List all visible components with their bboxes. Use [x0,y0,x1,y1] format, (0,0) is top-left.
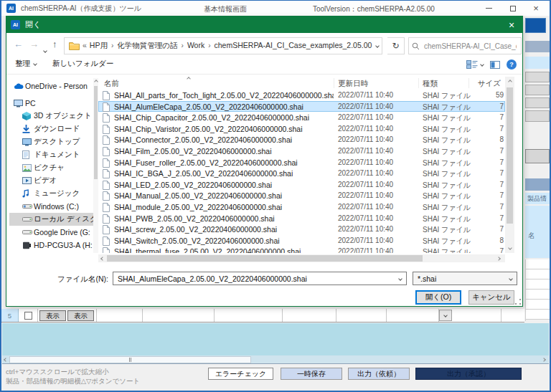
file-row[interactable]: SHAI_screw_2.05.00_V2_20220406000000.sha… [98,224,505,235]
view-button[interactable]: 表示 [39,310,66,321]
file-type: SHAI ファイル [423,169,471,179]
refresh-button[interactable]: ↻ [387,37,405,54]
filename-combobox[interactable] [113,272,407,285]
column-divider[interactable] [418,78,419,88]
file-row[interactable]: SHAI_Connector_2.05.00_V2_20220406000000… [98,134,505,145]
file-row[interactable]: SHAI_Switch_2.05.00_V2_20220406000000.sh… [98,235,505,247]
sidebar-item-label: ダウンロード [34,124,80,134]
sidebar-item[interactable]: 3D オブジェクト [9,110,93,123]
sidebar-scrollbar[interactable] [93,78,98,253]
scrollbar-thumb[interactable] [507,87,513,224]
file-list-horizontal-scrollbar[interactable] [98,254,505,262]
chevron-down-icon [33,62,37,66]
dialog-close-button[interactable]: × [501,16,522,33]
file-row[interactable]: SHAI_AlumEleCapa_2.05.00_V2_202204060000… [98,101,505,113]
sidebar-item[interactable]: OneDrive - Person [9,80,93,92]
file-type: SHAI ファイル [423,135,471,145]
footer-button[interactable]: 一時保存 [281,368,342,380]
forward-button[interactable]: → [29,39,39,49]
sidebar-item[interactable]: Windows (C:) [9,200,93,213]
sidebar-item[interactable]: ローカル ディスク (D [9,213,93,226]
back-button[interactable]: ← [14,39,23,49]
cancel-button[interactable]: キャンセル [468,290,514,305]
file-row[interactable]: SHAI_IC_BGA_J_2.05.00_V2_20220406000000.… [98,168,505,179]
sidebar-item[interactable]: ドキュメント [9,148,93,161]
file-row[interactable]: SHAI_Chip_Varistor_2.05.00_V2_2022040600… [98,123,505,135]
sidebar-item[interactable]: ミュージック [9,187,93,200]
content-panel [2,323,549,355]
sidebar-item[interactable]: デスクトップ [9,135,93,148]
file-list-vertical-scrollbar[interactable] [505,77,514,253]
file-row[interactable]: SHAI_Fuser_roller_2.05.00_V2_20220406000… [98,157,505,168]
breadcrumb-segment[interactable]: 化学物質管理の話 [116,41,179,49]
sidebar-item[interactable]: ダウンロード [9,123,93,135]
filetype-combobox[interactable]: *.shai [413,272,517,285]
sidebar-item[interactable]: PC [9,97,93,110]
sidebar-item-label: 3D オブジェクト [34,111,92,121]
app-fragment [525,149,550,163]
view-button[interactable]: 表示 [67,310,94,321]
organize-button[interactable]: 整理 [15,59,37,69]
filename-input[interactable] [116,274,399,284]
sidebar-item[interactable]: ビデオ [9,174,93,187]
maximize-button[interactable] [504,1,522,16]
column-header-name[interactable]: 名前 [104,79,119,89]
chevron-down-icon [480,62,484,67]
footer-button[interactable]: 出力（依頼） [348,368,410,380]
preview-pane-button[interactable] [490,61,500,69]
app-fragment [525,57,550,69]
file-row[interactable]: SHAI_All_parts_for_Toch_light_2.05.00_V2… [98,90,505,101]
app-horizontal-scrollbar[interactable] [2,355,549,364]
recent-locations-chevron[interactable] [44,44,47,54]
file-row[interactable]: SHAI_PWB_2.05.00_V2_20220406000000.shai2… [98,213,505,224]
file-size: 7 [499,225,504,233]
search-input[interactable] [423,42,518,51]
screen-title: 基本情報画面 [204,4,247,14]
file-modified: 2022/07/11 10:40 [338,102,393,110]
address-dropdown-chevron[interactable] [375,44,380,48]
column-header-modified[interactable]: 更新日時 [338,79,368,89]
file-modified: 2022/07/11 10:40 [338,135,393,143]
new-folder-button[interactable]: 新しいフォルダー [52,59,113,69]
footer-button[interactable]: 出力（承認） [415,368,522,380]
scroll-up-icon [94,80,98,84]
file-row[interactable]: SHAI_Film_2.05.00_V2_20220406000000.shai… [98,145,505,157]
search-box[interactable] [408,37,522,54]
file-row[interactable]: SHAI_LED_2.05.00_V2_20220406000000.shai2… [98,179,505,191]
sidebar-item[interactable]: ピクチャ [9,161,93,174]
sidebar-item[interactable]: Google Drive (G: [9,226,93,239]
minimize-button[interactable] [480,1,497,16]
file-row[interactable]: SHAI_thermal_fuse_2.05.00_V2_20220406000… [98,246,505,253]
breadcrumb-segment[interactable]: HP用 [88,41,109,49]
scroll-left-icon[interactable] [2,358,9,361]
scrollbar-thumb[interactable] [107,255,423,262]
breadcrumb-segment[interactable]: chemSHERPA-AI_CI_Case_examples_2.05.00 [213,41,374,49]
footer-button[interactable]: エラーチェック [208,368,273,380]
up-button[interactable]: ↑ [52,39,57,49]
column-header-size[interactable]: サイズ [478,79,501,89]
column-divider[interactable] [334,78,334,88]
address-bar[interactable]: «HP用›化学物質管理の話›Work›chemSHERPA-AI_CI_Case… [64,37,382,54]
file-row[interactable]: SHAI_module_2.05.00_V2_20220406000000.sh… [98,201,505,213]
scroll-right-icon [494,257,503,260]
help-button[interactable]: ? [507,59,517,70]
row-checkbox[interactable] [24,312,32,320]
scrollbar-thumb[interactable] [9,356,251,363]
scrollbar-thumb[interactable] [94,86,98,179]
open-button[interactable]: 開く(O) [415,290,461,305]
row-dropdown[interactable] [439,310,452,321]
file-size: 7 [499,102,504,110]
file-modified: 2022/07/11 10:40 [338,147,393,155]
scroll-right-icon[interactable] [540,358,547,361]
breadcrumb-segment[interactable]: Work [186,41,206,49]
view-options-button[interactable] [466,60,484,69]
column-divider[interactable] [468,78,469,88]
close-button[interactable]: × [527,1,545,16]
column-header-type[interactable]: 種類 [423,79,438,89]
file-row[interactable]: SHAI_Chip_Capacitor_2.05.00_V2_202204060… [98,112,505,123]
chevron-down-icon [443,313,448,317]
sidebar-item[interactable]: HD-PCGU3-A (H: [9,239,93,252]
resize-grip[interactable] [514,298,521,305]
sidebar-item-label: ピクチャ [34,163,65,173]
file-row[interactable]: SHAI_Manual_2.05.00_V2_20220406000000.sh… [98,190,505,201]
